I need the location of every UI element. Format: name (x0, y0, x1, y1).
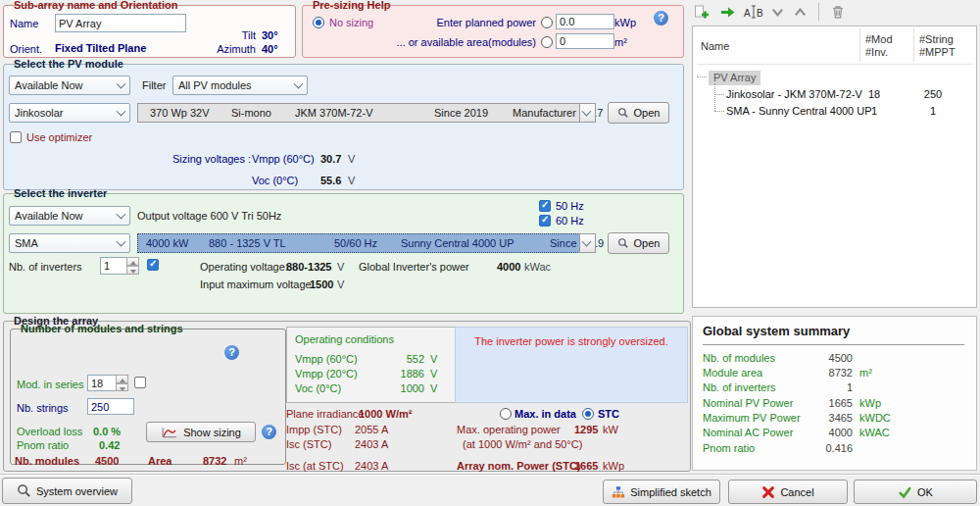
pv-availability-value: Available Now (15, 79, 83, 91)
opcond-row-value: 552 (385, 353, 424, 366)
summary-row-unit: kWDC (859, 412, 891, 425)
pv-manufacturer-combo[interactable]: Jinkosolar (9, 103, 130, 123)
subarray-group-title: Sub-array name and Orientation (10, 0, 181, 11)
inverter-availability-combo[interactable]: Available Now (9, 206, 130, 226)
pv-module-combo[interactable]: 370 Wp 32V Si-mono JKM 370M-72-V Since 2… (137, 103, 580, 123)
add-subarray-icon[interactable] (694, 4, 710, 21)
design-array-group: Design the array Number of modules and s… (3, 321, 691, 472)
sizing-voltages-label: Sizing voltages : (172, 153, 251, 166)
show-sizing-help-icon[interactable] (262, 425, 276, 439)
hz50-checkbox[interactable] (539, 200, 551, 212)
tree-node-inverter-string: 1 (916, 105, 950, 118)
available-area-input[interactable] (556, 33, 614, 49)
tree-root-node[interactable]: PV Array (709, 71, 760, 85)
module-since: Since 2019 (434, 107, 488, 119)
ok-button[interactable]: OK (854, 480, 977, 504)
mod-in-series-checkbox[interactable] (134, 377, 146, 388)
isc-at-stc-value: 2403 A (355, 460, 388, 473)
inverter-open-button[interactable]: Open (608, 232, 669, 254)
delete-subarray-icon[interactable] (830, 4, 846, 20)
pv-module-group: Select the PV module Available Now Filte… (3, 64, 684, 190)
svg-text:A: A (744, 8, 751, 19)
nb-strings-input[interactable] (87, 398, 134, 415)
pv-availability-combo[interactable]: Available Now (9, 76, 130, 95)
subarray-dialog: Sub-array name and Orientation Name Orie… (0, 0, 980, 506)
tree-col-string: #String (919, 33, 954, 46)
operating-conditions-title: Operating conditions (295, 333, 394, 346)
tree-col-mod: #Mod (865, 33, 893, 46)
chevron-down-icon (582, 107, 592, 117)
inverter-availability-value: Available Now (15, 210, 83, 222)
nb-inverters-auto-checkbox[interactable] (147, 259, 159, 271)
inverter-model: Sunny Central 4000 UP (401, 237, 514, 249)
summary-row-label: Nominal PV Power (703, 397, 793, 410)
inverter-warning-box: The inverter power is strongly oversized… (455, 327, 688, 403)
tree-node-inverter[interactable]: SMA - Sunny Central 4000 UP (726, 105, 872, 118)
summary-row-value: 1665 (786, 397, 853, 410)
sketch-icon (612, 485, 625, 499)
tree-connector (714, 111, 724, 112)
planned-power-unit: kWp (614, 17, 636, 29)
nb-modules-value: 4500 (95, 455, 119, 468)
inverter-manufacturer-combo[interactable]: SMA (9, 233, 130, 253)
opcond-row-unit: V (430, 353, 437, 366)
opcond-row-unit: V (430, 368, 437, 380)
show-sizing-button[interactable]: Show sizing (146, 422, 256, 442)
search-icon (17, 483, 31, 498)
global-inverter-power-label: Global Inverter's power (359, 261, 469, 274)
presizing-help-icon[interactable] (654, 11, 668, 25)
summary-row-label: Module area (703, 367, 762, 380)
tree-connector (714, 94, 724, 95)
rename-icon[interactable]: A B (743, 4, 764, 21)
inverter-warning-text: The inverter power is strongly oversized… (474, 335, 667, 347)
modules-strings-group: Number of modules and strings Mod. in se… (10, 329, 286, 465)
pv-filter-combo[interactable]: All PV modules (172, 76, 308, 95)
summary-row-value: 4500 (786, 352, 853, 365)
move-down-icon[interactable] (770, 5, 785, 20)
move-up-icon[interactable] (793, 5, 808, 20)
cancel-button[interactable]: Cancel (728, 480, 848, 504)
duplicate-subarray-icon[interactable] (719, 4, 736, 21)
planned-power-label: Enter planned power (391, 17, 536, 29)
modules-strings-group-title: Number of modules and strings (17, 323, 187, 334)
inverter-power: 4000 kW (146, 237, 188, 249)
inverter-combo-chevron[interactable] (579, 233, 596, 253)
available-area-radio[interactable] (541, 36, 553, 48)
summary-row-label: Pnom ratio (703, 442, 755, 455)
no-sizing-radio[interactable] (313, 17, 324, 28)
modules-strings-help-icon[interactable] (224, 345, 239, 360)
vmpp60-label: Vmpp (60°C) (252, 153, 315, 166)
stc-radio[interactable] (582, 408, 594, 420)
summary-row-label: Nominal AC Power (703, 427, 793, 439)
simplified-sketch-button[interactable]: Simplified sketch (603, 480, 720, 504)
max-in-data-radio[interactable] (500, 408, 512, 420)
opcond-row-unit: V (430, 382, 437, 395)
opcond-row-label: Vmpp (60°C) (295, 353, 358, 366)
available-area-label: ... or available area(modules) (352, 36, 536, 49)
simplified-sketch-label: Simplified sketch (630, 486, 711, 498)
pv-module-combo-chevron[interactable] (579, 103, 596, 123)
nb-inverters-label: Nb. of inverters (9, 261, 82, 274)
system-overview-button[interactable]: System overview (2, 478, 132, 504)
chevron-down-icon (117, 107, 126, 117)
module-model: JKM 370M-72-V (295, 107, 372, 119)
inverter-frequency: 50/60 Hz (334, 237, 377, 249)
tree-col-name: Name (701, 40, 729, 53)
mod-in-series-stepper[interactable] (116, 375, 128, 391)
tree-node-module-mod: 18 (859, 88, 889, 101)
impp-stc-label: Impp (STC) (286, 424, 342, 436)
hz60-checkbox[interactable] (539, 215, 551, 227)
operating-voltage-value: 880-1325 (286, 261, 332, 274)
nb-inverters-stepper[interactable] (126, 257, 139, 275)
search-icon (617, 107, 629, 119)
planned-power-radio[interactable] (541, 17, 553, 28)
summary-row-value: 3465 (786, 412, 853, 425)
tree-node-module[interactable]: Jinkosolar - JKM 370M-72-V (726, 88, 862, 101)
subarray-name-input[interactable] (55, 14, 186, 32)
planned-power-input[interactable] (556, 14, 614, 29)
pv-module-open-button[interactable]: Open (608, 102, 669, 124)
input-max-voltage-unit: V (337, 278, 344, 291)
plane-irradiance-label: Plane irradiance (286, 408, 365, 421)
inverter-model-combo[interactable]: 4000 kW 880 - 1325 V TL 50/60 Hz Sunny C… (137, 233, 580, 253)
use-optimizer-checkbox[interactable] (10, 131, 22, 143)
